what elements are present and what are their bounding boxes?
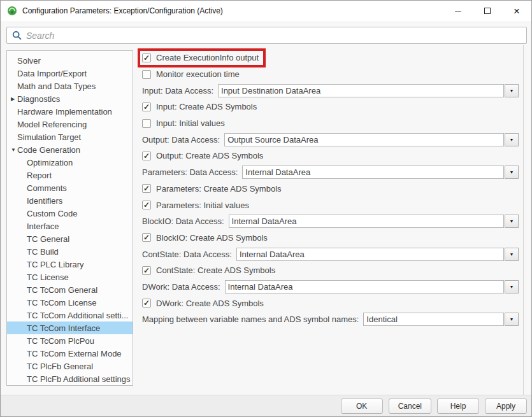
apply-button[interactable]: Apply [485, 399, 527, 414]
checkbox-row-input-initial-values: Input: Initial values [142, 115, 519, 132]
combo-value-blockio-data-access[interactable]: Internal DataArea [229, 215, 504, 228]
sidebar-item-math-and-data-types[interactable]: Math and Data Types [7, 80, 133, 92]
sidebar-item-tc-tccom-external-mode[interactable]: TC TcCom External Mode [7, 347, 133, 360]
checkbox-row-input-create-ads-symbols: ✓Input: Create ADS Symbols [142, 99, 519, 115]
sidebar-item-label: TC TcCom General [27, 285, 97, 295]
window-controls: × [443, 1, 531, 21]
checkbox-blockio-create-ads-symbols[interactable]: ✓ [142, 233, 151, 242]
checkbox-label: Parameters: Create ADS Symbols [156, 184, 282, 194]
chevron-down-icon[interactable]: ▼ [7, 147, 17, 153]
sidebar-item-code-generation[interactable]: ▼Code Generation [7, 143, 133, 156]
sidebar-tree: SolverData Import/ExportMath and Data Ty… [6, 50, 133, 386]
combo-row-contstate-data-access: ContState: Data Access:Internal DataArea… [142, 246, 519, 262]
chevron-down-icon[interactable]: ▼ [505, 215, 519, 228]
combo-label: Input: Data Access: [142, 86, 213, 95]
ok-button[interactable]: OK [341, 399, 383, 414]
chevron-down-icon[interactable]: ▼ [505, 313, 519, 326]
sidebar-item-report[interactable]: Report [7, 169, 133, 181]
sidebar-item-model-referencing[interactable]: Model Referencing [7, 118, 133, 131]
sidebar-item-label: TC TcCom PlcPou [27, 336, 94, 346]
combo-label: ContState: Data Access: [142, 250, 232, 259]
sidebar-item-interface[interactable]: Interface [7, 220, 133, 232]
checkbox-row-dwork-create-ads-symbols: ✓DWork: Create ADS Symbols [142, 295, 519, 311]
maximize-button[interactable] [473, 1, 502, 21]
sidebar-item-label: Custom Code [27, 209, 77, 218]
sidebar-item-hardware-implementation[interactable]: Hardware Implementation [7, 105, 133, 118]
sidebar-item-custom-code[interactable]: Custom Code [7, 207, 133, 220]
sidebar-item-label: Math and Data Types [17, 81, 96, 91]
checkbox-label: Parameters: Initial values [156, 201, 249, 210]
search-input[interactable] [26, 27, 526, 43]
sidebar-item-label: Solver [17, 56, 41, 66]
cancel-button[interactable]: Cancel [389, 399, 431, 414]
checkbox-input-initial-values[interactable] [142, 119, 151, 128]
checkbox-row-monitor-execution-time: Monitor execution time [142, 66, 519, 83]
chevron-down-icon[interactable]: ▼ [505, 84, 519, 97]
chevron-down-icon[interactable]: ▼ [505, 280, 519, 293]
sidebar-item-label: Simulation Target [17, 132, 81, 142]
sidebar-item-tc-tccom-license[interactable]: TC TcCom License [7, 296, 133, 309]
combo-value-dwork-data-access[interactable]: Internal DataArea [225, 280, 504, 293]
sidebar-item-tc-general[interactable]: TC General [7, 232, 133, 245]
checkbox-row-parameters-create-ads-symbols: ✓Parameters: Create ADS Symbols [142, 181, 519, 197]
combo-label: Output: Data Access: [142, 135, 220, 145]
sidebar-item-label: TC PlcFb General [27, 362, 93, 371]
sidebar-item-tc-tccom-additional-setti[interactable]: TC TcCom Additional setti... [7, 309, 133, 322]
sidebar-item-data-import-export[interactable]: Data Import/Export [7, 67, 133, 80]
combo-label: Mapping between variable names and ADS s… [142, 315, 359, 324]
checkbox-input-create-ads-symbols[interactable]: ✓ [142, 102, 151, 111]
close-button[interactable]: × [502, 1, 531, 21]
combo-value-parameters-data-access[interactable]: Internal DataArea [242, 166, 504, 179]
sidebar-item-label: Interface [27, 222, 59, 231]
sidebar-item-simulation-target[interactable]: Simulation Target [7, 131, 133, 143]
checkbox-label: Input: Create ADS Symbols [156, 102, 257, 111]
maximize-icon [484, 8, 491, 14]
chevron-down-icon[interactable]: ▼ [505, 133, 519, 146]
combo-row-mapping-between-variable-names-and-ads-symbol-names: Mapping between variable names and ADS s… [142, 311, 519, 328]
chevron-down-icon[interactable]: ▼ [505, 166, 519, 179]
window-title: Configuration Parameters: Exception/Conf… [22, 6, 443, 15]
chevron-down-icon[interactable]: ▼ [505, 248, 519, 261]
help-button[interactable]: Help [437, 399, 479, 414]
sidebar-item-tc-tccom-general[interactable]: TC TcCom General [7, 283, 133, 296]
checkbox-dwork-create-ads-symbols[interactable]: ✓ [142, 299, 151, 307]
checkbox-contstate-create-ads-symbols[interactable]: ✓ [142, 266, 151, 275]
combo-value-output-data-access[interactable]: Output Source DataArea [224, 133, 504, 146]
sidebar-item-optimization[interactable]: Optimization [7, 156, 133, 169]
sidebar-item-label: TC PLC Library [27, 260, 84, 269]
sidebar-item-label: TC PlcFb Additional settings [27, 374, 131, 384]
sidebar-item-label: TC License [27, 272, 69, 282]
sidebar-item-label: TC TcCom License [27, 298, 97, 307]
combo-value-input-data-access[interactable]: Input Destination DataArea [218, 84, 504, 97]
sidebar-item-label: Hardware Implementation [17, 107, 112, 117]
sidebar-item-comments[interactable]: Comments [7, 181, 133, 194]
sidebar-item-tc-plcfb-general[interactable]: TC PlcFb General [7, 360, 133, 372]
combo-value-mapping-between-variable-names-and-ads-symbol-names[interactable]: Identical [363, 313, 504, 326]
sidebar-item-solver[interactable]: Solver [7, 54, 133, 67]
chevron-right-icon[interactable]: ▶ [7, 96, 17, 102]
sidebar-item-tc-tccom-interface[interactable]: TC TcCom Interface [7, 322, 133, 334]
checkbox-label: Create ExecutionInfo output [156, 53, 259, 62]
sidebar-item-tc-plc-library[interactable]: TC PLC Library [7, 258, 133, 271]
combo-value-contstate-data-access[interactable]: Internal DataArea [236, 248, 504, 261]
checkbox-parameters-create-ads-symbols[interactable]: ✓ [142, 184, 151, 193]
sidebar-item-identifiers[interactable]: Identifiers [7, 194, 133, 207]
checkbox-output-create-ads-symbols[interactable]: ✓ [142, 152, 151, 160]
sidebar-item-tc-plcfb-additional-settings[interactable]: TC PlcFb Additional settings [7, 372, 133, 385]
sidebar-item-diagnostics[interactable]: ▶Diagnostics [7, 92, 133, 105]
checkbox-monitor-execution-time[interactable] [142, 70, 151, 79]
minimize-icon [455, 11, 461, 11]
sidebar-item-label: Code Generation [17, 145, 80, 155]
checkbox-label: Monitor execution time [156, 69, 240, 79]
checkbox-parameters-initial-values[interactable]: ✓ [142, 201, 151, 209]
search-box [6, 27, 527, 44]
minimize-button[interactable] [443, 1, 473, 21]
checkbox-create-executioninfo-output[interactable]: ✓ [142, 53, 151, 62]
panel-right-edge [523, 45, 524, 395]
sidebar-item-tc-build[interactable]: TC Build [7, 245, 133, 258]
sidebar-item-label: Identifiers [27, 196, 62, 206]
configuration-parameters-dialog: Configuration Parameters: Exception/Conf… [0, 0, 532, 417]
sidebar-item-label: TC Build [27, 247, 59, 257]
sidebar-item-tc-license[interactable]: TC License [7, 271, 133, 283]
sidebar-item-tc-tccom-plcpou[interactable]: TC TcCom PlcPou [7, 334, 133, 347]
